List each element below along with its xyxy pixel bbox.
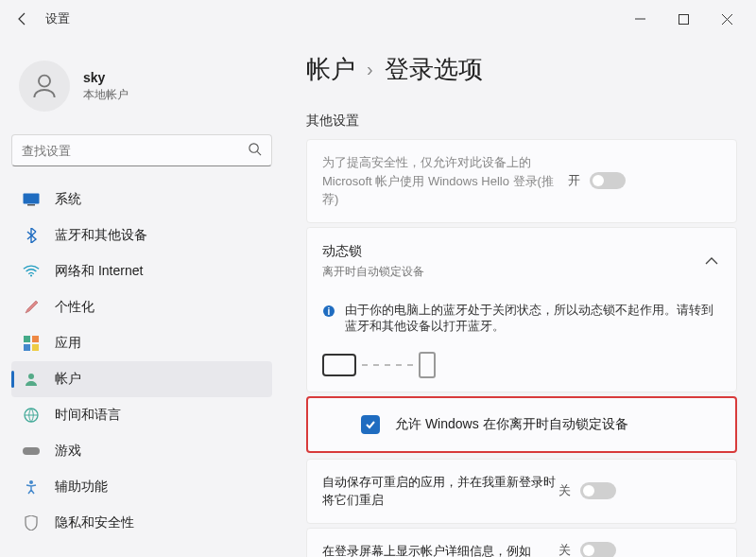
svg-point-7 — [30, 274, 32, 276]
svg-rect-8 — [24, 336, 30, 342]
avatar — [19, 61, 70, 112]
sidebar-item-gaming[interactable]: 游戏 — [11, 433, 272, 469]
sidebar-item-accounts[interactable]: 帐户 — [11, 361, 272, 397]
sidebar-item-apps[interactable]: 应用 — [11, 325, 272, 361]
svg-rect-6 — [27, 204, 35, 206]
svg-rect-1 — [679, 14, 688, 24]
breadcrumb-parent[interactable]: 帐户 — [306, 53, 355, 86]
device-pairing-row — [307, 344, 736, 392]
nav-label: 系统 — [55, 191, 81, 208]
sidebar-item-network[interactable]: 网络和 Internet — [11, 253, 272, 289]
section-other: 其他设置 — [306, 113, 737, 130]
allow-lock-label: 允许 Windows 在你离开时自动锁定设备 — [395, 416, 628, 433]
svg-point-15 — [29, 480, 33, 484]
info-text: 由于你的电脑上的蓝牙处于关闭状态，所以动态锁不起作用。请转到蓝牙和其他设备以打开… — [345, 303, 721, 335]
sidebar-item-personalization[interactable]: 个性化 — [11, 289, 272, 325]
allow-lock-card: 允许 Windows 在你离开时自动锁定设备 — [306, 396, 737, 453]
person-icon — [23, 371, 40, 388]
svg-rect-11 — [32, 344, 39, 351]
close-button[interactable] — [705, 4, 748, 34]
hello-text: 为了提高安全性，仅允许对此设备上的 Microsoft 帐户使用 Windows… — [322, 153, 568, 209]
details-text: 在登录屏幕上显示帐户详细信息，例如 — [322, 542, 558, 558]
sidebar-item-system[interactable]: 系统 — [11, 182, 272, 218]
nav-label: 应用 — [55, 335, 81, 352]
bluetooth-icon — [23, 227, 40, 244]
apps-icon — [23, 335, 40, 352]
globe-icon — [23, 407, 40, 424]
svg-text:i: i — [328, 306, 331, 317]
autosave-state: 关 — [558, 482, 571, 499]
window-title: 设置 — [45, 10, 70, 27]
svg-line-4 — [257, 151, 261, 155]
nav-label: 帐户 — [55, 371, 81, 388]
search-box[interactable] — [11, 134, 272, 166]
dynamic-lock-header[interactable]: 动态锁 离开时自动锁定设备 — [307, 228, 736, 293]
sidebar-item-privacy[interactable]: 隐私和安全性 — [11, 505, 272, 541]
back-button[interactable] — [8, 4, 38, 34]
sidebar-item-bluetooth[interactable]: 蓝牙和其他设备 — [11, 218, 272, 253]
sidebar-item-accessibility[interactable]: 辅助功能 — [11, 469, 272, 505]
profile-sub: 本地帐户 — [83, 87, 129, 103]
brush-icon — [23, 299, 40, 316]
minimize-button[interactable] — [618, 4, 662, 34]
svg-point-12 — [28, 374, 34, 379]
gamepad-icon — [23, 443, 40, 460]
nav-label: 辅助功能 — [55, 479, 108, 496]
chevron-up-icon[interactable] — [702, 252, 721, 269]
dynlock-title: 动态锁 — [322, 241, 702, 261]
svg-rect-9 — [32, 336, 39, 342]
details-toggle[interactable] — [580, 542, 616, 557]
nav-label: 隐私和安全性 — [55, 514, 134, 531]
autosave-card: 自动保存可重启的应用，并在我重新登录时将它们重启 关 — [306, 459, 737, 524]
chevron-right-icon: › — [367, 59, 373, 80]
profile-block[interactable]: sky 本地帐户 — [11, 45, 272, 131]
sidebar-item-time[interactable]: 时间和语言 — [11, 397, 272, 433]
shield-icon — [23, 514, 40, 531]
laptop-icon — [322, 354, 356, 376]
svg-point-3 — [249, 143, 258, 151]
nav-label: 个性化 — [55, 299, 94, 316]
maximize-button[interactable] — [662, 4, 705, 34]
svg-rect-5 — [24, 194, 40, 204]
dynlock-sub: 离开时自动锁定设备 — [322, 263, 702, 280]
allow-lock-checkbox[interactable] — [361, 415, 380, 434]
details-state: 关 — [558, 542, 571, 557]
nav-label: 网络和 Internet — [55, 263, 143, 280]
wifi-icon — [23, 263, 40, 280]
autosave-toggle[interactable] — [580, 482, 616, 499]
details-card: 在登录屏幕上显示帐户详细信息，例如 关 — [306, 528, 737, 558]
info-icon: i — [322, 305, 335, 335]
hello-state: 开 — [568, 172, 580, 189]
nav-label: 蓝牙和其他设备 — [55, 227, 147, 244]
breadcrumb: 帐户 › 登录选项 — [306, 53, 737, 86]
svg-rect-10 — [24, 344, 30, 351]
hello-toggle[interactable] — [590, 172, 626, 189]
accessibility-icon — [23, 479, 40, 496]
info-banner: i 由于你的电脑上的蓝牙处于关闭状态，所以动态锁不起作用。请转到蓝牙和其他设备以… — [307, 293, 736, 344]
search-icon — [248, 142, 262, 160]
svg-rect-14 — [23, 447, 40, 455]
hello-card: 为了提高安全性，仅允许对此设备上的 Microsoft 帐户使用 Windows… — [306, 139, 737, 223]
nav-label: 时间和语言 — [55, 407, 121, 424]
nav-label: 游戏 — [55, 443, 81, 460]
breadcrumb-current: 登录选项 — [385, 53, 483, 86]
phone-icon — [419, 352, 436, 378]
system-icon — [23, 191, 40, 208]
search-input[interactable] — [22, 144, 248, 158]
profile-name: sky — [83, 70, 129, 85]
svg-point-2 — [39, 76, 50, 87]
autosave-text: 自动保存可重启的应用，并在我重新登录时将它们重启 — [322, 473, 558, 510]
